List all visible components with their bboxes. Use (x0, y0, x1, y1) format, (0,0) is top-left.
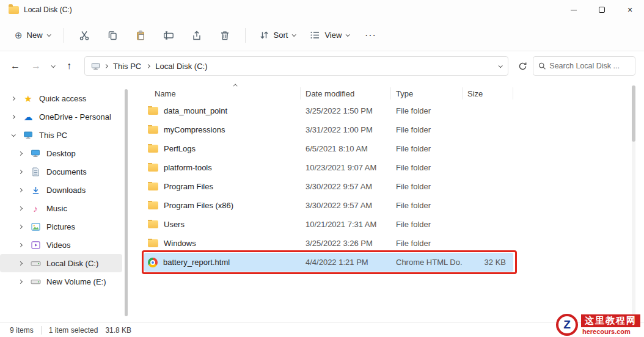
file-row[interactable]: Windows 3/25/2022 3:26 PM File folder (144, 234, 513, 253)
toolbar-separator (64, 28, 64, 43)
file-name: Program Files (x86) (164, 201, 233, 210)
chevron-right-icon (18, 169, 22, 173)
sidebar-item-label: This PC (39, 131, 67, 140)
sidebar-item-this-pc[interactable]: This PC (0, 126, 122, 144)
folder-icon (148, 107, 158, 115)
file-size: 32 KB (463, 258, 513, 267)
file-row[interactable]: PerfLogs 6/5/2021 8:10 AM File folder (144, 139, 513, 158)
column-header-type[interactable]: Type (391, 87, 463, 100)
folder-icon (148, 239, 158, 247)
file-type: File folder (391, 220, 463, 229)
delete-button[interactable] (212, 24, 238, 46)
sidebar-item-music[interactable]: ♪ Music (0, 199, 122, 217)
file-date: 3/31/2022 1:00 PM (301, 125, 391, 134)
file-row[interactable]: Program Files 3/30/2022 9:57 AM File fol… (144, 177, 513, 196)
watermark-logo-icon: Z (556, 314, 578, 336)
sidebar-item-new-volume-e[interactable]: New Volume (E:) (0, 272, 122, 291)
see-more-button[interactable]: ··· (357, 24, 383, 46)
sidebar-item-label: Documents (46, 167, 87, 176)
share-button[interactable] (184, 24, 210, 46)
sidebar-item-quick-access[interactable]: ★ Quick access (0, 89, 122, 107)
selection-status: 1 item selected (49, 326, 98, 335)
address-bar[interactable]: This PC Local Disk (C:) (84, 56, 508, 76)
file-row-selected[interactable]: battery_report.html 4/4/2022 1:21 PM Chr… (144, 253, 513, 272)
file-date: 3/25/2022 1:50 PM (301, 106, 391, 115)
new-button[interactable]: ⊕ New (9, 26, 56, 44)
sidebar-item-local-disk-c[interactable]: Local Disk (C:) (0, 254, 122, 272)
cloud-icon: ☁ (22, 112, 34, 121)
column-header-date-modified[interactable]: Date modified (301, 87, 391, 100)
cut-icon (79, 30, 90, 41)
address-dropdown-icon[interactable] (499, 63, 503, 68)
search-box[interactable] (533, 56, 635, 76)
file-list-scrollbar-thumb[interactable] (632, 85, 635, 142)
close-button[interactable]: × (616, 0, 644, 20)
search-input[interactable] (549, 62, 630, 70)
folder-icon (148, 145, 158, 153)
file-name: data_mount_point (164, 106, 227, 115)
maximize-button[interactable] (588, 0, 616, 20)
file-type: File folder (391, 144, 463, 153)
cut-button[interactable] (71, 24, 97, 46)
column-header-name[interactable]: Name (144, 87, 301, 100)
sidebar-item-videos[interactable]: Videos (0, 236, 122, 254)
up-icon: ↑ (67, 60, 71, 71)
sort-button[interactable]: Sort (253, 26, 302, 45)
chevron-right-icon (18, 224, 22, 228)
paste-button[interactable] (128, 24, 153, 46)
file-explorer-icon (9, 6, 19, 14)
title-bar: Local Disk (C:) × (0, 0, 644, 20)
content-area: ★ Quick access ☁ OneDrive - Personal Thi… (0, 81, 644, 322)
item-count: 9 items (10, 326, 34, 335)
window-controls: × (560, 0, 644, 20)
forward-button[interactable]: → (26, 56, 46, 76)
breadcrumb-separator-icon (146, 63, 150, 68)
recent-locations-button[interactable] (46, 56, 59, 76)
file-type: File folder (391, 125, 463, 134)
file-list: data_mount_point 3/25/2022 1:50 PM File … (144, 101, 513, 272)
chevron-right-icon (10, 114, 15, 118)
sidebar-item-documents[interactable]: Documents (0, 162, 122, 181)
file-list-pane: Name Date modified Type Size data_mount_… (130, 81, 637, 322)
file-type: File folder (391, 106, 463, 115)
view-button[interactable]: View (304, 26, 355, 45)
folder-icon (148, 220, 158, 228)
chevron-down-icon (11, 132, 15, 137)
minimize-icon (571, 10, 577, 10)
file-date: 6/5/2021 8:10 AM (301, 144, 391, 153)
copy-button[interactable] (100, 24, 125, 46)
sidebar-item-desktop[interactable]: Desktop (0, 144, 122, 162)
file-row[interactable]: data_mount_point 3/25/2022 1:50 PM File … (144, 101, 513, 120)
file-name-cell: Program Files (144, 182, 301, 191)
breadcrumb-local-disk[interactable]: Local Disk (C:) (154, 60, 208, 72)
file-name-cell: Windows (144, 239, 301, 248)
chevron-down-icon (346, 32, 350, 37)
sidebar-item-onedrive[interactable]: ☁ OneDrive - Personal (0, 107, 122, 126)
toolbar-separator (245, 28, 246, 43)
file-date: 10/23/2021 9:07 AM (301, 163, 391, 172)
sidebar-item-downloads[interactable]: Downloads (0, 181, 122, 199)
column-header-size[interactable]: Size (463, 87, 513, 100)
up-button[interactable]: ↑ (59, 56, 79, 76)
refresh-button[interactable] (512, 56, 533, 76)
breadcrumb-this-pc[interactable]: This PC (112, 60, 142, 72)
monitor-icon (22, 130, 34, 140)
file-type: File folder (391, 239, 463, 248)
file-name: Windows (164, 239, 196, 248)
file-row[interactable]: platform-tools 10/23/2021 9:07 AM File f… (144, 158, 513, 177)
sidebar-scrollbar[interactable] (125, 89, 128, 316)
sidebar-item-pictures[interactable]: Pictures (0, 217, 122, 236)
minimize-button[interactable] (560, 0, 588, 20)
refresh-icon (518, 62, 527, 71)
star-icon: ★ (22, 94, 34, 103)
chevron-right-icon (10, 96, 15, 100)
back-button[interactable]: ← (5, 56, 26, 76)
file-row[interactable]: Program Files (x86) 3/30/2022 9:57 AM Fi… (144, 196, 513, 215)
file-row[interactable]: Users 10/21/2021 7:31 AM File folder (144, 215, 513, 234)
rename-button[interactable] (156, 24, 181, 46)
file-type: Chrome HTML Do... (391, 258, 463, 267)
file-row[interactable]: myCompressions 3/31/2022 1:00 PM File fo… (144, 120, 513, 139)
file-type: File folder (391, 182, 463, 191)
download-icon (29, 186, 42, 195)
file-date: 3/30/2022 9:57 AM (301, 201, 391, 210)
